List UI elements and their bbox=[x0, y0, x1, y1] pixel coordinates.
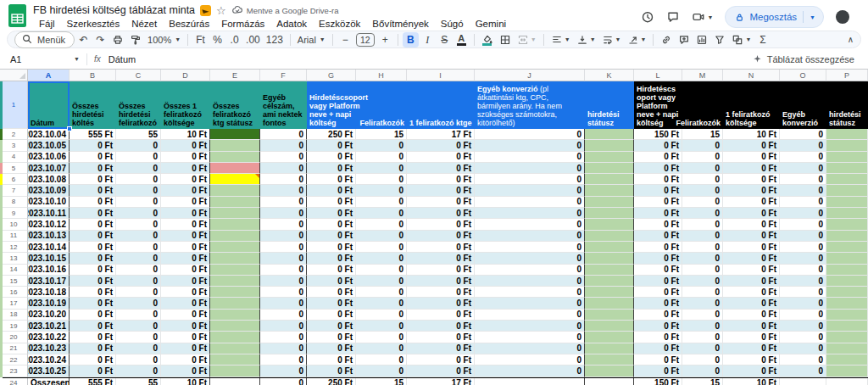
cell-C13[interactable]: 0 bbox=[116, 253, 161, 264]
cell-N14[interactable]: 0 Ft bbox=[723, 265, 780, 276]
cell-C18[interactable]: 0 bbox=[116, 310, 161, 321]
cell-G22[interactable]: 0 Ft bbox=[307, 354, 356, 365]
cell-L18[interactable]: 0 Ft bbox=[634, 310, 682, 321]
row-header-10[interactable]: 10 bbox=[0, 219, 28, 230]
row-header-22[interactable]: 22 bbox=[0, 354, 28, 365]
cell-O4[interactable]: 0 bbox=[780, 152, 826, 163]
cell-D7[interactable]: 0 Ft bbox=[161, 185, 210, 196]
cell-E23[interactable] bbox=[210, 365, 260, 377]
cell-L16[interactable]: 0 Ft bbox=[634, 287, 682, 298]
cell-C3[interactable]: 0 bbox=[116, 140, 161, 151]
cell-A13[interactable]: 2023.10.15 bbox=[28, 253, 70, 264]
cell-M7[interactable]: 0 bbox=[682, 185, 723, 196]
cell-K4[interactable] bbox=[585, 152, 634, 163]
cell-L2[interactable]: 150 Ft bbox=[634, 129, 682, 140]
cell-K10[interactable] bbox=[585, 219, 634, 230]
cell-C16[interactable]: 0 bbox=[116, 287, 161, 298]
cell-F13[interactable]: 0 bbox=[260, 253, 307, 264]
column-header-B[interactable]: B bbox=[70, 70, 116, 81]
menu-bővítmények[interactable]: Bővítmények bbox=[366, 19, 434, 32]
cell-M19[interactable]: 0 bbox=[682, 321, 723, 332]
header-cell-D1[interactable]: Összes 1 feliratkozó költsége bbox=[161, 81, 210, 129]
cell-B11[interactable]: 0 Ft bbox=[70, 231, 116, 242]
cell-A12[interactable]: 2023.10.14 bbox=[28, 242, 70, 253]
row-header-12[interactable]: 12 bbox=[0, 242, 28, 253]
cell-E19[interactable] bbox=[210, 321, 260, 332]
cell-E2[interactable] bbox=[210, 129, 260, 140]
cell-K16[interactable] bbox=[585, 287, 634, 298]
cell-G10[interactable]: 0 Ft bbox=[307, 219, 356, 230]
text-rotation-button[interactable]: ▼ bbox=[625, 32, 649, 47]
cell-K6[interactable] bbox=[585, 174, 634, 185]
cell-H22[interactable]: 0 bbox=[356, 354, 407, 365]
row-header-5[interactable]: 5 bbox=[0, 163, 28, 174]
row-header-8[interactable]: 8 bbox=[0, 197, 28, 208]
cell-L9[interactable]: 0 Ft bbox=[634, 208, 682, 219]
cell-G11[interactable]: 0 Ft bbox=[307, 231, 356, 242]
cell-G5[interactable]: 0 Ft bbox=[307, 163, 356, 174]
cell-L11[interactable]: 0 Ft bbox=[634, 231, 682, 242]
cell-P16[interactable] bbox=[826, 287, 868, 298]
zoom-button[interactable]: 100%▼ bbox=[145, 32, 183, 47]
formula-input[interactable]: Dátum bbox=[108, 54, 136, 64]
cell-M11[interactable]: 0 bbox=[682, 231, 723, 242]
increase-font-size-button[interactable]: + bbox=[377, 32, 393, 47]
cell-P3[interactable] bbox=[826, 140, 868, 151]
cell-I5[interactable]: 0 Ft bbox=[407, 163, 475, 174]
cell-D8[interactable]: 0 Ft bbox=[161, 197, 210, 208]
cell-I22[interactable]: 0 Ft bbox=[407, 354, 475, 365]
cell-J16[interactable]: 0 bbox=[475, 287, 585, 298]
cell-K18[interactable] bbox=[585, 310, 634, 321]
cell-M18[interactable]: 0 bbox=[682, 310, 723, 321]
cell-E9[interactable] bbox=[210, 208, 260, 219]
cell-A4[interactable]: 2023.10.06 bbox=[28, 152, 70, 163]
cell-E12[interactable] bbox=[210, 242, 260, 253]
cell-H11[interactable]: 0 bbox=[356, 231, 407, 242]
cell-I3[interactable]: 0 Ft bbox=[407, 140, 475, 151]
row-header-24[interactable]: 24 bbox=[0, 378, 28, 385]
cell-M15[interactable]: 0 bbox=[682, 276, 723, 287]
header-cell-B1[interactable]: Összes hirdetési költés bbox=[70, 81, 116, 129]
cell-F8[interactable]: 0 bbox=[260, 197, 307, 208]
cell-G16[interactable]: 0 Ft bbox=[307, 287, 356, 298]
cell-G15[interactable]: 0 Ft bbox=[307, 276, 356, 287]
cell-G13[interactable]: 0 Ft bbox=[307, 253, 356, 264]
cell-D22[interactable]: 0 Ft bbox=[161, 354, 210, 365]
cell-B16[interactable]: 0 Ft bbox=[70, 287, 116, 298]
cell-C21[interactable]: 0 bbox=[116, 343, 161, 354]
cell-E20[interactable] bbox=[210, 332, 260, 343]
avatar[interactable] bbox=[836, 10, 849, 24]
cell-N17[interactable]: 0 Ft bbox=[723, 298, 780, 309]
cell-G14[interactable]: 0 Ft bbox=[307, 265, 356, 276]
header-cell-K1[interactable]: hirdetési státusz bbox=[585, 81, 634, 129]
cell-D18[interactable]: 0 Ft bbox=[161, 310, 210, 321]
cell-L22[interactable]: 0 Ft bbox=[634, 354, 682, 365]
cell-K12[interactable] bbox=[585, 242, 634, 253]
cell-D23[interactable]: 0 Ft bbox=[161, 365, 210, 377]
row-header-4[interactable]: 4 bbox=[0, 152, 28, 163]
cell-C24[interactable]: 55 bbox=[116, 378, 161, 385]
cell-O5[interactable]: 0 bbox=[780, 163, 826, 174]
cell-M2[interactable]: 15 bbox=[682, 129, 723, 140]
cell-D13[interactable]: 0 Ft bbox=[161, 253, 210, 264]
cell-D14[interactable]: 0 Ft bbox=[161, 265, 210, 276]
cell-N2[interactable]: 10 Ft bbox=[723, 129, 780, 140]
cell-F5[interactable]: 0 bbox=[260, 163, 307, 174]
header-cell-O1[interactable]: Egyéb konverzió bbox=[780, 81, 826, 129]
cell-N8[interactable]: 0 Ft bbox=[723, 197, 780, 208]
star-icon[interactable]: ☆ bbox=[216, 5, 226, 16]
collapse-toolbar-button[interactable]: ∧ bbox=[848, 35, 854, 44]
cell-F23[interactable]: 0 bbox=[260, 365, 307, 377]
cell-O12[interactable]: 0 bbox=[780, 242, 826, 253]
italic-button[interactable]: I bbox=[420, 32, 436, 47]
cell-I14[interactable]: 0 Ft bbox=[407, 265, 475, 276]
cell-O21[interactable]: 0 bbox=[780, 343, 826, 354]
cell-B8[interactable]: 0 Ft bbox=[70, 197, 116, 208]
cell-N16[interactable]: 0 Ft bbox=[723, 287, 780, 298]
cell-O22[interactable]: 0 bbox=[780, 354, 826, 365]
cell-P7[interactable] bbox=[826, 185, 868, 196]
cell-A22[interactable]: 2023.10.24 bbox=[28, 354, 70, 365]
cell-L13[interactable]: 0 Ft bbox=[634, 253, 682, 264]
cell-G12[interactable]: 0 Ft bbox=[307, 242, 356, 253]
cell-O16[interactable]: 0 bbox=[780, 287, 826, 298]
